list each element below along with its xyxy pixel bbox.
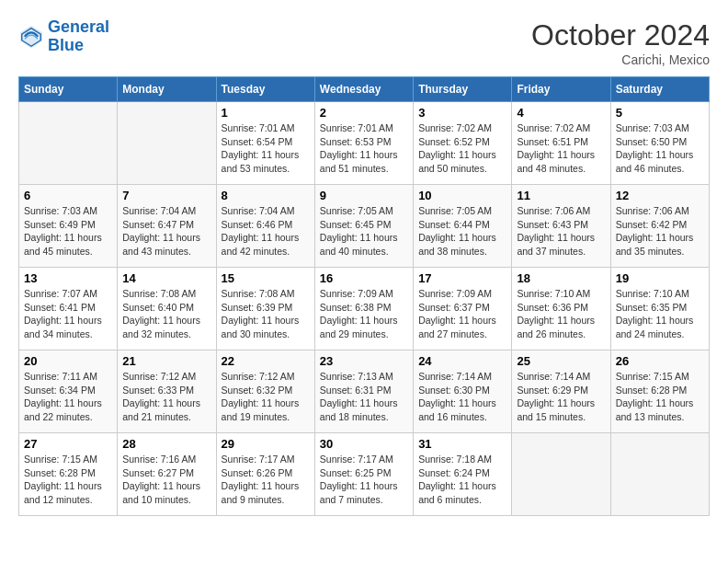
day-number: 7 — [122, 189, 210, 202]
day-info: Sunrise: 7:04 AM Sunset: 6:46 PM Dayligh… — [222, 204, 310, 259]
day-info: Sunrise: 7:17 AM Sunset: 6:26 PM Dayligh… — [222, 453, 310, 507]
day-number: 20 — [24, 354, 112, 368]
calendar-table: SundayMondayTuesdayWednesdayThursdayFrid… — [18, 76, 710, 516]
day-number: 15 — [222, 271, 310, 285]
calendar-cell: 27Sunrise: 7:15 AM Sunset: 6:28 PM Dayli… — [19, 433, 118, 516]
day-number: 23 — [320, 354, 408, 368]
day-info: Sunrise: 7:02 AM Sunset: 6:52 PM Dayligh… — [418, 121, 506, 176]
day-info: Sunrise: 7:09 AM Sunset: 6:38 PM Dayligh… — [320, 287, 408, 341]
day-number: 25 — [517, 354, 605, 368]
calendar-week-2: 6Sunrise: 7:03 AM Sunset: 6:49 PM Daylig… — [19, 185, 710, 268]
day-info: Sunrise: 7:09 AM Sunset: 6:37 PM Dayligh… — [418, 287, 506, 341]
day-info: Sunrise: 7:14 AM Sunset: 6:30 PM Dayligh… — [418, 370, 506, 424]
day-number: 12 — [616, 189, 704, 202]
location-subtitle: Carichi, Mexico — [531, 52, 710, 67]
calendar-cell: 7Sunrise: 7:04 AM Sunset: 6:47 PM Daylig… — [118, 185, 216, 268]
day-number: 21 — [122, 354, 210, 368]
day-number: 5 — [616, 106, 704, 120]
day-number: 14 — [122, 271, 210, 285]
weekday-header-thursday: Thursday — [414, 77, 512, 102]
day-number: 10 — [418, 189, 506, 202]
day-info: Sunrise: 7:06 AM Sunset: 6:42 PM Dayligh… — [616, 204, 704, 259]
calendar-cell: 2Sunrise: 7:01 AM Sunset: 6:53 PM Daylig… — [314, 102, 413, 185]
calendar-cell: 13Sunrise: 7:07 AM Sunset: 6:41 PM Dayli… — [19, 268, 118, 350]
calendar-cell: 31Sunrise: 7:18 AM Sunset: 6:24 PM Dayli… — [414, 433, 512, 516]
day-number: 31 — [418, 437, 506, 451]
day-info: Sunrise: 7:08 AM Sunset: 6:39 PM Dayligh… — [222, 287, 310, 341]
month-title: October 2024 — [531, 18, 710, 52]
day-info: Sunrise: 7:06 AM Sunset: 6:43 PM Dayligh… — [517, 204, 605, 259]
svg-marker-0 — [20, 26, 42, 48]
calendar-cell: 10Sunrise: 7:05 AM Sunset: 6:44 PM Dayli… — [414, 185, 512, 268]
calendar-cell — [610, 433, 709, 516]
day-info: Sunrise: 7:11 AM Sunset: 6:34 PM Dayligh… — [24, 370, 112, 424]
day-number: 29 — [222, 437, 310, 451]
calendar-cell: 9Sunrise: 7:05 AM Sunset: 6:45 PM Daylig… — [314, 185, 413, 268]
day-info: Sunrise: 7:14 AM Sunset: 6:29 PM Dayligh… — [517, 370, 605, 424]
calendar-cell: 21Sunrise: 7:12 AM Sunset: 6:33 PM Dayli… — [118, 350, 216, 433]
day-info: Sunrise: 7:04 AM Sunset: 6:47 PM Dayligh… — [122, 204, 210, 259]
calendar-cell: 18Sunrise: 7:10 AM Sunset: 6:36 PM Dayli… — [512, 268, 610, 350]
day-info: Sunrise: 7:07 AM Sunset: 6:41 PM Dayligh… — [24, 287, 112, 341]
day-number: 30 — [320, 437, 408, 451]
weekday-header-tuesday: Tuesday — [216, 77, 314, 102]
day-info: Sunrise: 7:05 AM Sunset: 6:44 PM Dayligh… — [418, 204, 506, 259]
calendar-cell: 14Sunrise: 7:08 AM Sunset: 6:40 PM Dayli… — [118, 268, 216, 350]
calendar-cell: 29Sunrise: 7:17 AM Sunset: 6:26 PM Dayli… — [216, 433, 314, 516]
day-number: 27 — [24, 437, 112, 451]
calendar-cell: 1Sunrise: 7:01 AM Sunset: 6:54 PM Daylig… — [216, 102, 314, 185]
day-info: Sunrise: 7:17 AM Sunset: 6:25 PM Dayligh… — [320, 453, 408, 507]
calendar-cell: 30Sunrise: 7:17 AM Sunset: 6:25 PM Dayli… — [314, 433, 413, 516]
page-header: General Blue October 2024 Carichi, Mexic… — [18, 18, 710, 67]
day-number: 9 — [320, 189, 408, 202]
calendar-cell: 6Sunrise: 7:03 AM Sunset: 6:49 PM Daylig… — [19, 185, 118, 268]
calendar-cell — [118, 102, 216, 185]
calendar-cell: 17Sunrise: 7:09 AM Sunset: 6:37 PM Dayli… — [414, 268, 512, 350]
day-number: 24 — [418, 354, 506, 368]
calendar-cell: 24Sunrise: 7:14 AM Sunset: 6:30 PM Dayli… — [414, 350, 512, 433]
day-info: Sunrise: 7:16 AM Sunset: 6:27 PM Dayligh… — [122, 453, 210, 507]
calendar-cell — [19, 102, 118, 185]
calendar-cell: 8Sunrise: 7:04 AM Sunset: 6:46 PM Daylig… — [216, 185, 314, 268]
day-number: 18 — [517, 271, 605, 285]
day-info: Sunrise: 7:05 AM Sunset: 6:45 PM Dayligh… — [320, 204, 408, 259]
day-number: 16 — [320, 271, 408, 285]
calendar-cell: 19Sunrise: 7:10 AM Sunset: 6:35 PM Dayli… — [610, 268, 709, 350]
weekday-header-sunday: Sunday — [19, 77, 118, 102]
calendar-cell: 16Sunrise: 7:09 AM Sunset: 6:38 PM Dayli… — [314, 268, 413, 350]
logo-icon — [18, 24, 44, 50]
weekday-header-saturday: Saturday — [610, 77, 709, 102]
calendar-cell: 23Sunrise: 7:13 AM Sunset: 6:31 PM Dayli… — [314, 350, 413, 433]
day-info: Sunrise: 7:13 AM Sunset: 6:31 PM Dayligh… — [320, 370, 408, 424]
day-number: 11 — [517, 189, 605, 202]
calendar-week-5: 27Sunrise: 7:15 AM Sunset: 6:28 PM Dayli… — [19, 433, 710, 516]
day-info: Sunrise: 7:08 AM Sunset: 6:40 PM Dayligh… — [122, 287, 210, 341]
calendar-cell: 3Sunrise: 7:02 AM Sunset: 6:52 PM Daylig… — [414, 102, 512, 185]
day-info: Sunrise: 7:01 AM Sunset: 6:53 PM Dayligh… — [320, 121, 408, 176]
day-info: Sunrise: 7:18 AM Sunset: 6:24 PM Dayligh… — [418, 453, 506, 507]
calendar-cell: 5Sunrise: 7:03 AM Sunset: 6:50 PM Daylig… — [610, 102, 709, 185]
logo-text: General Blue — [48, 18, 109, 55]
calendar-cell: 26Sunrise: 7:15 AM Sunset: 6:28 PM Dayli… — [610, 350, 709, 433]
logo: General Blue — [18, 18, 109, 55]
day-info: Sunrise: 7:03 AM Sunset: 6:49 PM Dayligh… — [24, 204, 112, 259]
day-number: 1 — [222, 106, 310, 120]
day-number: 26 — [616, 354, 704, 368]
calendar-cell: 25Sunrise: 7:14 AM Sunset: 6:29 PM Dayli… — [512, 350, 610, 433]
weekday-header-row: SundayMondayTuesdayWednesdayThursdayFrid… — [19, 77, 710, 102]
calendar-cell: 20Sunrise: 7:11 AM Sunset: 6:34 PM Dayli… — [19, 350, 118, 433]
day-info: Sunrise: 7:03 AM Sunset: 6:50 PM Dayligh… — [616, 121, 704, 176]
weekday-header-monday: Monday — [118, 77, 216, 102]
day-number: 13 — [24, 271, 112, 285]
day-info: Sunrise: 7:12 AM Sunset: 6:32 PM Dayligh… — [222, 370, 310, 424]
calendar-cell: 28Sunrise: 7:16 AM Sunset: 6:27 PM Dayli… — [118, 433, 216, 516]
title-block: October 2024 Carichi, Mexico — [531, 18, 710, 67]
calendar-cell: 15Sunrise: 7:08 AM Sunset: 6:39 PM Dayli… — [216, 268, 314, 350]
weekday-header-wednesday: Wednesday — [314, 77, 413, 102]
day-info: Sunrise: 7:12 AM Sunset: 6:33 PM Dayligh… — [122, 370, 210, 424]
day-info: Sunrise: 7:10 AM Sunset: 6:36 PM Dayligh… — [517, 287, 605, 341]
day-info: Sunrise: 7:15 AM Sunset: 6:28 PM Dayligh… — [616, 370, 704, 424]
weekday-header-friday: Friday — [512, 77, 610, 102]
day-number: 2 — [320, 106, 408, 120]
day-number: 4 — [517, 106, 605, 120]
